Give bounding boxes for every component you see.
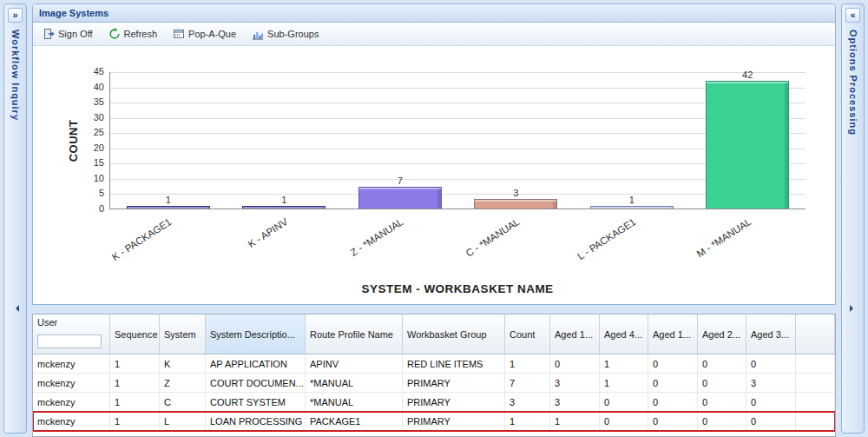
bar-slot: 3 — [458, 72, 575, 209]
user-filter-input[interactable] — [37, 334, 102, 348]
table-cell: 1 — [505, 354, 550, 374]
x-category-label: C - *MANUAL — [464, 216, 521, 259]
column-header-aged-1[interactable]: Aged 1... — [648, 315, 698, 354]
x-axis-labels: K - PACKAGE1K - APINVZ - *MANUALC - *MAN… — [109, 213, 806, 270]
table-cell: 1 — [110, 393, 160, 412]
table-cell: 0 — [698, 354, 746, 374]
table-cell: 1 — [110, 354, 160, 374]
table-cell: L — [160, 412, 206, 431]
bar-slot: 1 — [110, 72, 227, 209]
table-cell: PACKAGE1 — [306, 412, 403, 431]
table-cell-filler — [796, 393, 835, 412]
table-cell: 0 — [648, 393, 698, 412]
table-cell: 0 — [746, 393, 796, 412]
bar-value-label: 42 — [742, 70, 753, 80]
table-cell: 0 — [648, 374, 698, 393]
x-category-label: Z - *MANUAL — [349, 216, 405, 258]
table-cell: 1 — [600, 354, 648, 374]
grid-header-row: UserSequenceSystemSystem Descriptio...Ro… — [33, 315, 835, 354]
splitter-collapse-left-icon[interactable] — [12, 305, 19, 312]
expand-right-panel-button[interactable]: « — [845, 8, 860, 23]
bar-k-apinv: 1 — [242, 206, 326, 209]
toolbar: Sign OffRefreshPop-A-QueSub-Groups — [33, 23, 835, 46]
column-header-label: User — [37, 317, 57, 328]
bar-c-manual: 3 — [474, 199, 557, 209]
table-row[interactable]: mckenzy1ZCOURT DOCUMEN...*MANUALPRIMARY7… — [33, 374, 835, 393]
table-cell: 0 — [746, 354, 796, 374]
column-header-user[interactable]: User — [33, 315, 110, 354]
bar-value-label: 1 — [281, 195, 286, 205]
bar-slot: 1 — [574, 72, 690, 209]
column-header-workbasket-group[interactable]: Workbasket Group — [403, 315, 505, 354]
table-cell-filler — [796, 354, 835, 374]
table-cell: 0 — [648, 412, 698, 431]
right-panel-title: Options Processing — [848, 30, 858, 136]
table-cell: 1 — [505, 412, 550, 431]
column-header-aged-3[interactable]: Aged 3... — [746, 315, 796, 354]
options-processing-panel[interactable]: « Options Processing — [841, 3, 865, 434]
y-tick-label: 10 — [75, 173, 104, 183]
table-cell: 0 — [600, 393, 648, 412]
column-header-system-descriptio[interactable]: System Descriptio... — [206, 315, 306, 354]
column-header-aged-1[interactable]: Aged 1... — [550, 315, 600, 354]
y-tick-label: 0 — [75, 203, 104, 214]
bar-value-label: 3 — [513, 188, 518, 198]
y-tick-label: 25 — [75, 127, 104, 137]
image-systems-panel: Image Systems Sign OffRefreshPop-A-QueSu… — [32, 3, 836, 305]
toolbar-button-label: Sub-Groups — [267, 29, 319, 39]
table-cell: K — [160, 354, 206, 374]
y-axis-title: COUNT — [67, 120, 80, 162]
table-cell: 0 — [600, 412, 648, 431]
table-row-selected[interactable]: mckenzy1LLOAN PROCESSINGPACKAGE1PRIMARY1… — [33, 412, 835, 431]
column-header-count[interactable]: Count — [505, 315, 550, 354]
y-tick-label: 20 — [75, 142, 104, 153]
table-cell: C — [160, 393, 206, 412]
table-cell-filler — [796, 374, 835, 393]
sign-off-button[interactable]: Sign Off — [38, 25, 97, 43]
table-cell: *MANUAL — [306, 393, 403, 412]
x-category-label: L - PACKAGE1 — [575, 216, 637, 262]
sub-groups-button[interactable]: Sub-Groups — [247, 25, 323, 43]
chart-plot: 1173142 — [109, 72, 806, 209]
x-category-label: K - PACKAGE1 — [110, 216, 174, 262]
column-header-route-profile-name[interactable]: Route Profile Name — [306, 315, 403, 354]
table-cell: APINV — [306, 354, 403, 374]
table-cell: 3 — [550, 374, 600, 393]
subgroups-icon — [252, 28, 264, 40]
table-cell: 0 — [698, 374, 746, 393]
table-cell: 7 — [505, 374, 550, 393]
bar-chart: COUNT 051015202530354045 1173142 K - PAC… — [33, 46, 835, 304]
column-header-aged-4[interactable]: Aged 4... — [600, 315, 648, 354]
bar-slot: 7 — [342, 72, 458, 209]
pop-a-que-button[interactable]: Pop-A-Que — [168, 25, 240, 43]
table-cell: 0 — [746, 412, 796, 431]
table-cell: AP APPLICATION — [206, 354, 306, 374]
table-row[interactable]: mckenzy1CCOURT SYSTEM*MANUALPRIMARY33000… — [33, 393, 835, 412]
column-header-sequence[interactable]: Sequence — [110, 315, 160, 354]
column-header-aged-2[interactable]: Aged 2... — [698, 315, 746, 354]
table-cell: 3 — [505, 393, 550, 412]
bar-k-package1: 1 — [127, 206, 210, 209]
splitter-collapse-right-icon[interactable] — [850, 305, 857, 312]
table-cell: 1 — [550, 412, 600, 431]
signoff-icon — [43, 28, 55, 40]
horizontal-splitter[interactable] — [32, 305, 836, 313]
expand-left-panel-button[interactable]: » — [8, 8, 23, 23]
table-cell: mckenzy — [33, 354, 110, 374]
table-cell: *MANUAL — [306, 374, 403, 393]
main-content: Image Systems Sign OffRefreshPop-A-QueSu… — [32, 3, 836, 437]
table-cell: 3 — [746, 374, 796, 393]
y-tick-label: 30 — [75, 112, 104, 122]
refresh-icon — [108, 28, 121, 40]
bar-value-label: 1 — [629, 195, 635, 205]
table-cell: PRIMARY — [403, 374, 505, 393]
workflow-inquiry-panel[interactable]: » Workflow Inquiry — [3, 3, 27, 434]
table-cell: PRIMARY — [403, 412, 505, 431]
column-header-system[interactable]: System — [160, 315, 206, 354]
refresh-button[interactable]: Refresh — [104, 25, 162, 43]
table-cell: COURT SYSTEM — [206, 393, 306, 412]
table-row[interactable]: mckenzy1KAP APPLICATIONAPINVRED LINE ITE… — [33, 354, 835, 374]
toolbar-button-label: Pop-A-Que — [188, 29, 236, 39]
results-grid: UserSequenceSystemSystem Descriptio...Ro… — [32, 314, 836, 437]
x-category-label: K - APINV — [246, 216, 289, 249]
